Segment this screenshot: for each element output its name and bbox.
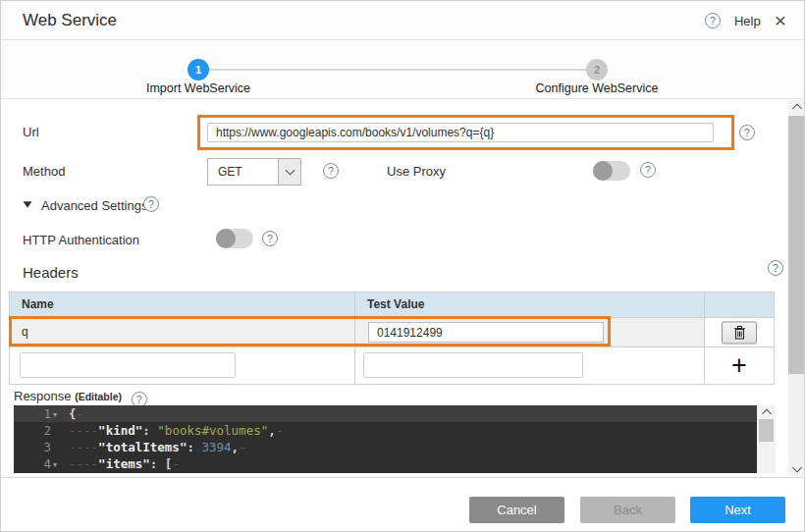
response-label: Response (14, 389, 72, 403)
response-code-editor[interactable]: 1▾{- 2----"kind": "books#volumes",- 3---… (14, 405, 757, 473)
add-row-cell: + (705, 347, 774, 384)
line-number: 3 (14, 439, 51, 455)
test-value-input[interactable] (368, 322, 604, 343)
headers-help-icon[interactable]: ? (768, 260, 783, 276)
method-select[interactable]: GET (207, 158, 301, 186)
url-help-icon[interactable]: ? (739, 125, 755, 140)
editable-label: (Editable) (75, 391, 122, 402)
header-value-cell (355, 318, 705, 346)
url-input[interactable] (207, 123, 714, 142)
title-bar-actions: ? Help × (705, 1, 786, 40)
line-number: 1 (14, 405, 51, 422)
vertical-scrollbar[interactable] (788, 100, 805, 476)
chevron-down-icon (285, 166, 295, 176)
toggle-knob (216, 229, 236, 248)
fold-icon[interactable]: ▾ (53, 406, 65, 423)
code-line: 1▾{- (14, 405, 757, 422)
new-name-cell (10, 347, 355, 384)
editor-scrollbar-thumb[interactable] (759, 419, 774, 442)
title-bar: Web Service ? Help × (1, 1, 804, 40)
wizard-stepper: 1 2 Import WebService Configure WebServi… (1, 41, 804, 99)
cancel-button[interactable]: Cancel (469, 497, 564, 523)
code-line: 2----"kind": "books#volumes",- (14, 422, 757, 439)
code-line: 3----"totalItems": 3394,- (14, 439, 757, 455)
method-help-icon[interactable]: ? (323, 163, 339, 179)
http-auth-toggle[interactable] (216, 229, 253, 248)
line-number: 4 (14, 455, 51, 472)
help-label[interactable]: Help (734, 14, 761, 28)
table-new-row: + (10, 347, 774, 385)
web-service-dialog: Web Service ? Help × 1 2 Import WebServi… (0, 0, 805, 532)
use-proxy-help-icon[interactable]: ? (640, 162, 656, 178)
step-1-circle[interactable]: 1 (188, 59, 209, 80)
url-highlight-box (197, 115, 734, 150)
add-row-button[interactable]: + (705, 347, 774, 384)
close-icon[interactable]: × (775, 13, 786, 28)
fold-icon[interactable]: ▾ (53, 456, 65, 473)
method-select-arrow[interactable] (278, 159, 300, 185)
headers-title: Headers (23, 264, 79, 281)
delete-row-button[interactable] (722, 321, 757, 344)
column-header-name: Name (10, 293, 355, 317)
advanced-settings-label[interactable]: Advanced Settings (41, 198, 147, 213)
scroll-up-icon[interactable] (762, 409, 772, 419)
scroll-down-icon[interactable] (792, 463, 802, 473)
code-line: 4▾----"items": [- (14, 455, 757, 472)
scrollbar-thumb[interactable] (788, 116, 805, 374)
use-proxy-toggle[interactable] (593, 161, 630, 181)
scroll-up-icon[interactable] (792, 104, 802, 114)
trash-icon (733, 325, 746, 340)
step-2-circle[interactable]: 2 (586, 59, 608, 80)
editor-scrollbar[interactable] (757, 405, 776, 473)
collapse-arrow-icon[interactable] (24, 201, 32, 207)
column-header-actions (705, 293, 774, 317)
column-header-test-value: Test Value (355, 293, 705, 317)
step-1-label: Import WebService (100, 81, 296, 95)
new-value-cell (355, 347, 705, 384)
back-button[interactable]: Back (580, 497, 675, 523)
http-auth-help-icon[interactable]: ? (262, 231, 278, 246)
help-icon[interactable]: ? (705, 13, 721, 28)
headers-table: Name Test Value q (9, 292, 775, 385)
header-name-cell[interactable]: q (10, 318, 355, 346)
step-2-label: Configure WebService (499, 81, 695, 95)
next-button[interactable]: Next (690, 497, 785, 523)
row-actions-cell (705, 318, 774, 346)
http-auth-label: HTTP Authentication (23, 233, 139, 247)
use-proxy-label: Use Proxy (387, 164, 446, 179)
step-connector (209, 69, 587, 71)
new-name-input[interactable] (20, 352, 236, 378)
line-number: 2 (14, 422, 51, 439)
url-label: Url (23, 125, 39, 139)
new-test-value-input[interactable] (363, 352, 583, 378)
method-label: Method (23, 164, 65, 179)
table-header-row: Name Test Value (10, 293, 774, 318)
footer-bar: Cancel Back Next (1, 477, 804, 532)
form-content: Url ? Method GET ? Use Proxy ? Advanced … (1, 100, 788, 476)
table-row: q (10, 318, 774, 347)
window-title: Web Service (23, 1, 117, 40)
advanced-settings-help-icon[interactable]: ? (143, 196, 159, 212)
toggle-knob (593, 161, 613, 181)
method-select-value: GET (208, 159, 278, 185)
